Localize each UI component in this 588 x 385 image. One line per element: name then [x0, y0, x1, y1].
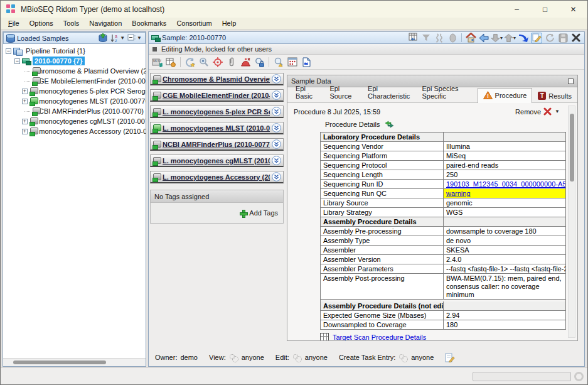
field-value[interactable]: de novo [444, 236, 565, 245]
tree-node-label[interactable]: L. monocytogenes Accessory (2010-00770) [29, 127, 146, 136]
reanalyze-button[interactable] [184, 57, 196, 67]
sort-samples-button[interactable]: a z ▼ [109, 33, 126, 43]
close-sample-button[interactable] [570, 33, 582, 43]
menu-bookmarks[interactable]: Bookmarks [127, 18, 171, 28]
field-value[interactable]: MiSeq [444, 151, 565, 160]
tab-procedure[interactable]: ! Procedure [478, 88, 533, 103]
tree-node-label-selected[interactable]: 2010-00770 {7} [33, 57, 84, 65]
tab-epi-basic[interactable]: Epi Basic [290, 82, 324, 102]
menu-tools[interactable]: Tools [58, 18, 85, 28]
expander-plus-icon[interactable] [22, 99, 28, 104]
expander-plus-icon[interactable] [22, 129, 28, 134]
field-value[interactable]: 250 [444, 170, 565, 179]
analysis-button-mlst[interactable]: L. monocytogenes MLST (2010-00770) [150, 122, 284, 134]
next-sample-button[interactable]: ▾ [491, 33, 503, 43]
analysis-button-serogroup[interactable]: L. monocytogenes 5-plex PCR Sero... [150, 106, 284, 118]
audit-lock-button[interactable] [254, 57, 265, 67]
expander-plus-icon[interactable] [22, 89, 28, 94]
analysis-button-label[interactable]: NCBI AMRFinderPlus (2010-00770) [163, 141, 270, 148]
attachment-button[interactable] [226, 57, 237, 67]
tree-node-label[interactable]: L. monocytogenes MLST (2010-00770) [29, 97, 146, 106]
menu-navigation[interactable]: Navigation [84, 18, 127, 28]
target-scan-details-link[interactable]: Target Scan Procedure Details [333, 333, 426, 341]
tree-node-analysis[interactable]: L. monocytogenes cgMLST (2010-00770) [3, 116, 146, 126]
field-value[interactable]: downsample to coverage 180 [444, 227, 565, 236]
tree-node-label[interactable]: NCBI AMRFinderPlus (2010-00770) [32, 107, 146, 116]
save-button[interactable] [557, 33, 569, 43]
chevron-menu-icon[interactable] [272, 107, 281, 116]
sequencing-run-id-link[interactable]: 190103_M12345_0034_000000000-A5Y71 [446, 180, 565, 188]
scrollbar-thumb[interactable] [13, 361, 106, 364]
tree-node-analysis[interactable]: NCBI AMRFinderPlus (2010-00770) [3, 106, 146, 116]
analysis-button-label[interactable]: L. monocytogenes cgMLST (2010-00... [163, 157, 270, 165]
field-value[interactable]: SKESA [444, 246, 565, 254]
add-tags-button[interactable]: Add Tags [240, 209, 278, 217]
edit-permissions-icon[interactable] [445, 353, 455, 362]
target-button[interactable] [212, 57, 223, 67]
tree-node-label[interactable]: L. monocytogenes 5-plex PCR Serogroup (2… [29, 87, 146, 95]
scan-button[interactable] [198, 57, 210, 67]
analysis-button-chromosome[interactable]: Chromosome & Plasmid Overview (2... [150, 73, 284, 85]
procedure-details-icon[interactable] [385, 121, 394, 128]
dna-view-button[interactable] [434, 33, 445, 43]
tree-node-label[interactable]: Pipeline Tutorial {1} [24, 46, 87, 55]
tab-epi-source[interactable]: Epi Source [324, 82, 362, 102]
chevron-menu-icon[interactable] [272, 139, 281, 149]
tree-node-label[interactable]: L. monocytogenes cgMLST (2010-00770) [29, 117, 146, 126]
tree-node-label[interactable]: CGE MobileElementFinder (2010-00770) [32, 77, 146, 85]
worksheet-button[interactable] [287, 57, 298, 67]
load-samples-button[interactable] [97, 33, 109, 43]
report-button[interactable] [301, 57, 312, 67]
plasmid-view-button[interactable] [447, 33, 458, 43]
chevron-menu-icon[interactable] [272, 172, 281, 182]
tab-epi-characteristic[interactable]: Epi Characteristic [362, 82, 416, 102]
chevron-menu-icon[interactable] [272, 123, 281, 133]
field-value[interactable]: genomic [444, 198, 565, 207]
minimize-button[interactable]: – [503, 1, 531, 18]
field-value[interactable]: WGS [444, 208, 565, 217]
tree-node-pipeline[interactable]: Pipeline Tutorial {1} [3, 46, 146, 56]
field-value[interactable]: --fastq <fastq-file-1> --fastq <fastq-fi… [444, 264, 565, 273]
analysis-button-label[interactable]: L. monocytogenes MLST (2010-00770) [163, 124, 270, 132]
previous-sample-button[interactable]: ▾ [505, 33, 516, 43]
analysis-button-label[interactable]: L. monocytogenes 5-plex PCR Sero... [163, 108, 270, 116]
analysis-button-label[interactable]: Chromosome & Plasmid Overview (2... [163, 75, 270, 83]
tab-epi-species-specific[interactable]: Epi Species Specific [416, 82, 477, 102]
menu-options[interactable]: Options [24, 18, 58, 28]
sequencing-run-qc-link[interactable]: warning [446, 190, 471, 197]
tree-horizontal-scrollbar[interactable] [3, 358, 146, 366]
table-settings-button[interactable] [165, 57, 176, 67]
analysis-button-accessory[interactable]: L. monocytogenes Accessory (2010... [150, 171, 284, 183]
tree-node-analysis[interactable]: L. monocytogenes Accessory (2010-00770) [3, 126, 146, 136]
menu-help[interactable]: Help [217, 18, 242, 28]
export-typing-button[interactable]: MLST [151, 57, 163, 67]
close-button[interactable]: ✕ [559, 1, 587, 18]
expander-minus-icon[interactable] [14, 58, 20, 64]
tree-node-analysis[interactable]: L. monocytogenes MLST (2010-00770) [3, 96, 146, 106]
alarm-button[interactable] [240, 57, 251, 67]
filter-button[interactable] [420, 33, 432, 43]
refresh-button[interactable] [544, 33, 555, 43]
home-button[interactable] [465, 33, 476, 43]
expander-minus-icon[interactable] [6, 48, 11, 54]
maximize-button[interactable]: □ [531, 1, 559, 18]
collapse-tree-button[interactable]: ▼ [126, 33, 143, 43]
field-value[interactable]: Illumina [444, 142, 565, 151]
scrollbar-thumb[interactable] [570, 114, 574, 182]
field-value[interactable]: 2.4.0 [444, 255, 565, 264]
tree-node-label[interactable]: Chromosome & Plasmid Overview (2010-0077… [32, 67, 146, 75]
tree-node-analysis[interactable]: Chromosome & Plasmid Overview (2010-0077… [3, 66, 146, 76]
remove-procedure-button[interactable]: Remove ▼ [515, 107, 560, 116]
analysis-button-amrfinder[interactable]: NCBI AMRFinderPlus (2010-00770) [150, 138, 284, 151]
tree-node-analysis[interactable]: L. monocytogenes 5-plex PCR Serogroup (2… [3, 86, 146, 96]
search-warning-button[interactable] [273, 57, 284, 67]
menu-file[interactable]: File [3, 18, 24, 28]
analysis-button-mobileelement[interactable]: CGE MobileElementFinder (2010-00... [150, 89, 284, 102]
table-view-button[interactable] [407, 33, 419, 43]
field-value[interactable]: BWA-MEM(0.7.15): mem, paired end, consen… [444, 274, 565, 299]
tree-node-analysis[interactable]: CGE MobileElementFinder (2010-00770) [3, 76, 146, 86]
expander-plus-icon[interactable] [22, 119, 28, 124]
chevron-menu-icon[interactable] [272, 156, 281, 165]
analysis-button-label[interactable]: L. monocytogenes Accessory (2010... [163, 173, 270, 181]
tab-results[interactable]: T Results [532, 89, 577, 102]
